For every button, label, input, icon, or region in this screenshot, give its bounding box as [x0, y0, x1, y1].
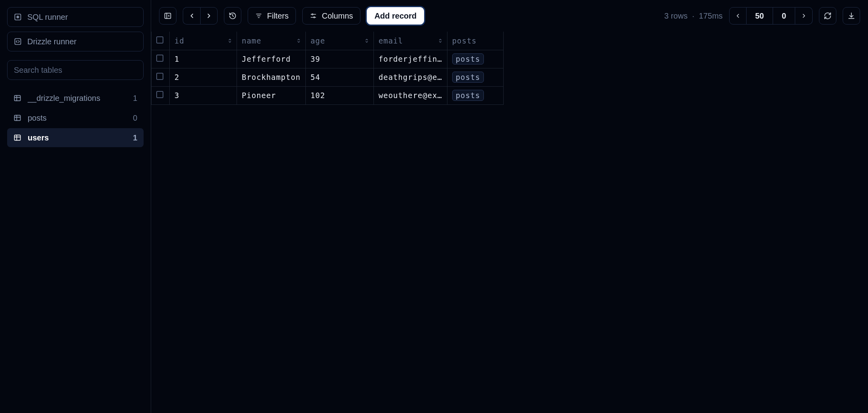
chevron-right-icon [205, 12, 212, 19]
history-button[interactable] [224, 7, 241, 25]
table-icon [13, 114, 21, 122]
table-name: posts [28, 114, 47, 123]
row-select-cell[interactable] [152, 68, 170, 86]
sort-icon[interactable] [438, 38, 443, 44]
column-label: age [311, 36, 325, 45]
sort-icon[interactable] [296, 38, 301, 44]
cell-name[interactable]: Jefferford [237, 50, 306, 68]
relation-pill-posts[interactable]: posts [452, 90, 484, 101]
status-separator: · [692, 11, 694, 20]
cell-id[interactable]: 3 [170, 86, 237, 104]
main-panel: Filters Columns Add record 3 rows · 175m… [151, 0, 868, 413]
pagination: 50 0 [729, 7, 813, 25]
refresh-icon [824, 12, 832, 20]
sql-runner-label: SQL runner [27, 13, 68, 22]
table-row[interactable]: 3Pioneer102weouthere@ex…posts [152, 86, 504, 104]
row-select-cell[interactable] [152, 86, 170, 104]
toolbar: Filters Columns Add record 3 rows · 175m… [151, 0, 868, 32]
cell-age[interactable]: 54 [305, 68, 373, 86]
drizzle-runner-label: Drizzle runner [27, 37, 76, 46]
asterisk-box-icon [14, 13, 22, 21]
table-count: 1 [133, 94, 137, 103]
filter-icon [255, 12, 262, 19]
svg-rect-8 [15, 135, 21, 140]
sidebar-table-item[interactable]: posts0 [7, 108, 144, 127]
refresh-button[interactable] [819, 7, 836, 25]
query-status: 3 rows · 175ms [664, 11, 723, 21]
columns-button[interactable]: Columns [302, 7, 360, 25]
sidebar: SQL runner Drizzle runner __drizzle_migr… [0, 0, 151, 413]
add-record-button[interactable]: Add record [367, 7, 424, 25]
sidebar-table-item[interactable]: __drizzle_migrations1 [7, 89, 144, 108]
table-name: users [28, 133, 49, 142]
table-row[interactable]: 1Jefferford39forderjeffin…posts [152, 50, 504, 68]
svg-rect-1 [15, 39, 21, 45]
relation-pill-posts[interactable]: posts [452, 53, 484, 64]
status-time: 175ms [699, 11, 723, 20]
cell-age[interactable]: 39 [305, 50, 373, 68]
page-offset-value[interactable]: 0 [773, 7, 795, 25]
table-icon [13, 134, 21, 142]
sliders-icon [310, 12, 317, 19]
column-header-id[interactable]: id [170, 32, 237, 50]
column-header-email[interactable]: email [373, 32, 447, 50]
svg-rect-5 [15, 115, 21, 120]
cell-email[interactable]: weouthere@ex… [373, 86, 447, 104]
panel-left-close-icon [164, 12, 172, 20]
columns-label: Columns [322, 11, 353, 21]
sql-runner-button[interactable]: SQL runner [7, 7, 144, 27]
sidebar-table-item[interactable]: users1 [7, 128, 144, 147]
cell-email[interactable]: deathgrips@e… [373, 68, 447, 86]
page-next-button[interactable] [795, 7, 813, 25]
table-icon [13, 94, 21, 102]
cell-name[interactable]: Pioneer [237, 86, 306, 104]
download-icon [847, 12, 855, 20]
checkbox[interactable] [156, 55, 163, 62]
select-all-header[interactable] [152, 32, 170, 50]
chevron-left-icon [735, 13, 741, 19]
nav-back-forward [183, 7, 218, 25]
svg-point-19 [314, 17, 315, 18]
sort-icon[interactable] [227, 38, 233, 44]
table-row[interactable]: 2Brockhampton54deathgrips@e…posts [152, 68, 504, 86]
tables-list: __drizzle_migrations1posts0users1 [7, 89, 144, 147]
column-header-posts: posts [447, 32, 503, 50]
page-size-value[interactable]: 50 [747, 7, 773, 25]
chevron-right-icon [801, 13, 807, 19]
nav-forward-button[interactable] [200, 7, 218, 25]
cell-posts: posts [447, 50, 503, 68]
column-label: posts [452, 36, 477, 45]
cell-email[interactable]: forderjeffin… [373, 50, 447, 68]
column-header-age[interactable]: age [305, 32, 373, 50]
download-button[interactable] [843, 7, 860, 25]
status-rows: 3 rows [664, 11, 688, 20]
cell-id[interactable]: 2 [170, 68, 237, 86]
relation-pill-posts[interactable]: posts [452, 72, 484, 83]
sort-icon[interactable] [364, 38, 370, 44]
svg-rect-2 [15, 95, 21, 100]
drizzle-runner-button[interactable]: Drizzle runner [7, 32, 144, 51]
column-label: id [174, 36, 184, 45]
checkbox[interactable] [156, 73, 163, 80]
add-record-label: Add record [374, 11, 417, 21]
filters-button[interactable]: Filters [248, 7, 296, 25]
toggle-sidebar-button[interactable] [159, 7, 176, 25]
cell-posts: posts [447, 68, 503, 86]
checkbox[interactable] [156, 36, 163, 44]
checkbox[interactable] [156, 91, 163, 98]
code-box-icon [14, 38, 22, 45]
search-tables-input[interactable] [7, 60, 144, 80]
cell-id[interactable]: 1 [170, 50, 237, 68]
row-select-cell[interactable] [152, 50, 170, 68]
cell-age[interactable]: 102 [305, 86, 373, 104]
table-count: 1 [133, 133, 137, 142]
page-prev-button[interactable] [729, 7, 747, 25]
table-count: 0 [133, 114, 137, 123]
column-header-name[interactable]: name [237, 32, 306, 50]
cell-posts: posts [447, 86, 503, 104]
filters-label: Filters [267, 11, 288, 21]
cell-name[interactable]: Brockhampton [237, 68, 306, 86]
history-icon [229, 12, 237, 20]
nav-back-button[interactable] [183, 7, 200, 25]
data-table: idnameageemailposts 1Jefferford39forderj… [151, 32, 504, 105]
